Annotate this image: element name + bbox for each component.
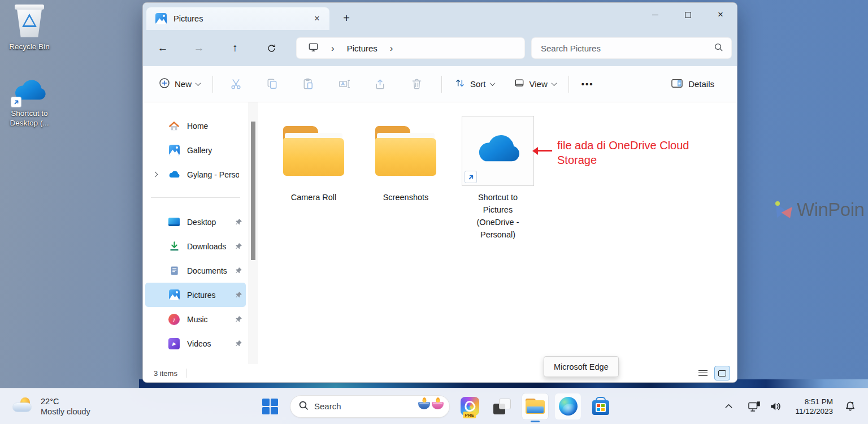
- sidebar-item-label: Gylang - Personal: [187, 170, 239, 179]
- tab-close-button[interactable]: ×: [309, 11, 325, 27]
- thumbnail-view-button[interactable]: [714, 366, 730, 380]
- file-label: Camera Roll: [291, 191, 337, 204]
- toolbar-divider: [568, 76, 569, 93]
- sidebar-item-pictures[interactable]: Pictures: [145, 283, 246, 307]
- sidebar-item-home[interactable]: Home: [145, 114, 246, 138]
- new-tab-button[interactable]: +: [337, 9, 355, 27]
- desktop-icon-recycle-bin[interactable]: Recycle Bin: [2, 5, 57, 51]
- tab-pictures[interactable]: Pictures ×: [146, 7, 329, 30]
- file-onedrive-shortcut[interactable]: Shortcut to Pictures (OneDrive - Persona…: [461, 116, 535, 241]
- folder-screenshots[interactable]: Screenshots: [369, 116, 442, 204]
- onedrive-icon: [168, 171, 180, 179]
- sidebar-item-music[interactable]: ♪ Music: [145, 307, 246, 331]
- maximize-button[interactable]: [671, 3, 704, 27]
- desktop-icon: [168, 218, 180, 226]
- microsoft-store-button[interactable]: [588, 393, 614, 419]
- copilot-button[interactable]: PRE: [457, 393, 483, 419]
- documents-icon: [168, 265, 180, 276]
- search-input[interactable]: [541, 44, 714, 53]
- toolbar-divider: [212, 76, 213, 93]
- notification-bell-button[interactable]: z: [840, 395, 860, 418]
- microsoft-store-icon: [592, 400, 609, 415]
- chevron-right-icon: [153, 172, 158, 178]
- window-controls: ×: [639, 3, 737, 27]
- recycle-bin-icon: [14, 5, 45, 38]
- chevron-down-icon: [551, 80, 557, 86]
- file-explorer-icon: [526, 399, 545, 414]
- command-toolbar: New Sort: [143, 66, 737, 102]
- network-button[interactable]: [744, 395, 765, 418]
- edge-icon: [559, 397, 578, 416]
- desktop: { "icons": { "back": "←", "forward": "→"…: [0, 0, 868, 424]
- sidebar-item-downloads[interactable]: Downloads: [145, 234, 246, 258]
- pin-icon: [235, 243, 242, 250]
- view-button[interactable]: View: [508, 73, 562, 95]
- view-button-label: View: [530, 79, 548, 89]
- bell-dnd-icon: z: [844, 400, 856, 412]
- copy-button[interactable]: [259, 72, 284, 97]
- refresh-button[interactable]: [260, 37, 283, 59]
- back-button[interactable]: ←: [151, 37, 174, 59]
- app-button-squares[interactable]: [489, 393, 515, 419]
- tab-bar: Pictures × + ×: [143, 3, 737, 30]
- copilot-icon: PRE: [461, 397, 479, 416]
- videos-icon: ▶: [168, 338, 180, 349]
- this-pc-icon[interactable]: [308, 42, 319, 54]
- scrollbar-thumb[interactable]: [251, 122, 255, 260]
- list-view-button[interactable]: [695, 366, 711, 380]
- pin-icon: [235, 218, 242, 226]
- tab-title: Pictures: [173, 14, 203, 23]
- new-button-label: New: [175, 79, 192, 89]
- sidebar-divider: [151, 197, 240, 198]
- taskbar-search[interactable]: Search: [290, 395, 450, 418]
- share-button[interactable]: [368, 72, 393, 97]
- breadcrumb-segment-pictures[interactable]: Pictures: [347, 44, 377, 53]
- pin-icon: [235, 315, 242, 323]
- more-options-button[interactable]: •••: [576, 75, 600, 93]
- up-button[interactable]: ↑: [224, 37, 246, 59]
- sidebar-item-videos[interactable]: ▶ Videos: [145, 331, 246, 356]
- cut-button[interactable]: [223, 72, 248, 97]
- paste-button[interactable]: [296, 72, 320, 97]
- sidebar-item-documents[interactable]: Documents: [145, 258, 246, 283]
- navigation-bar: ← → ↑ › Pictures ›: [143, 30, 737, 66]
- chevron-down-icon: [489, 80, 495, 86]
- desktop-icon-onedrive-shortcut[interactable]: Shortcut to Desktop (...: [2, 79, 57, 128]
- overlapping-squares-icon: [493, 398, 511, 415]
- search-icon[interactable]: [714, 42, 723, 54]
- close-button[interactable]: ×: [704, 3, 737, 27]
- weather-widget[interactable]: 22°C Mostly cloudy: [7, 388, 95, 424]
- delete-button[interactable]: [404, 72, 429, 97]
- chevron-down-icon: [196, 80, 201, 86]
- file-explorer-button[interactable]: [522, 393, 548, 419]
- minimize-button[interactable]: [639, 3, 671, 27]
- new-button[interactable]: New: [153, 73, 206, 95]
- clock[interactable]: 8:51 PM 11/12/2023: [791, 395, 837, 418]
- ethernet-icon: [748, 400, 761, 413]
- tray-chevron-up-button[interactable]: [721, 395, 737, 418]
- folder-camera-roll[interactable]: Camera Roll: [277, 116, 350, 204]
- sidebar-item-label: Desktop: [187, 218, 216, 227]
- taskbar-search-label: Search: [314, 401, 341, 411]
- pictures-icon: [168, 289, 180, 300]
- sidebar-item-label: Home: [187, 122, 208, 131]
- tray-date: 11/12/2023: [795, 406, 833, 416]
- edge-button[interactable]: [555, 393, 581, 419]
- volume-button[interactable]: [765, 395, 785, 418]
- start-button[interactable]: [257, 393, 283, 419]
- details-button[interactable]: Details: [665, 73, 720, 95]
- status-divider: [186, 369, 186, 378]
- rename-button[interactable]: [332, 72, 357, 97]
- sidebar-item-desktop[interactable]: Desktop: [145, 210, 246, 234]
- onedrive-cloud-icon: [473, 135, 523, 167]
- tray-time: 8:51 PM: [795, 397, 833, 406]
- sidebar-item-gallery[interactable]: Gallery: [145, 138, 246, 162]
- file-explorer-window: Pictures × + × ← → ↑ › Pictures ›: [142, 2, 737, 383]
- forward-button[interactable]: →: [188, 37, 210, 59]
- sidebar-item-onedrive-personal[interactable]: Gylang - Personal: [145, 162, 246, 187]
- sort-button[interactable]: Sort: [449, 73, 500, 95]
- address-bar[interactable]: › Pictures ›: [296, 37, 525, 59]
- windows-logo-icon: [262, 399, 278, 414]
- weather-condition: Mostly cloudy: [41, 407, 90, 416]
- taskbar: 22°C Mostly cloudy Search PRE: [0, 388, 868, 424]
